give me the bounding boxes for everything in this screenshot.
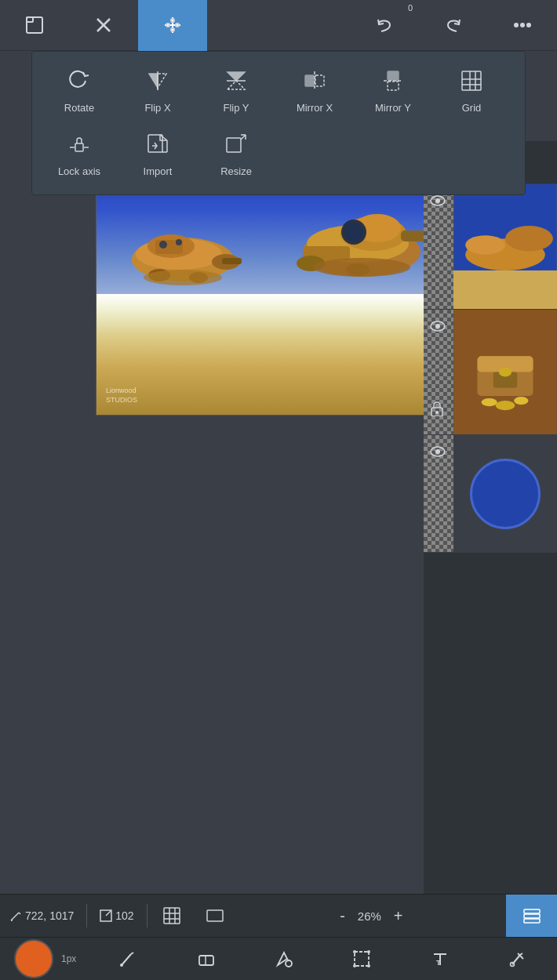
layer-eye-1[interactable] (430, 194, 446, 210)
layer-preview-3 (453, 435, 557, 552)
svg-point-47 (176, 239, 182, 245)
grid-icon (460, 69, 483, 96)
layers-toggle-button[interactable] (506, 895, 557, 938)
lock-axis-button[interactable]: Lock axis (40, 123, 118, 187)
eraser-tool-button[interactable] (167, 938, 245, 981)
zoom-out-button[interactable]: - (333, 907, 351, 925)
more-button[interactable] (488, 0, 557, 51)
eyedropper-tool-button[interactable] (479, 938, 557, 981)
flip-y-label: Flip Y (224, 102, 249, 114)
svg-rect-22 (388, 71, 399, 80)
coords-display: 722, 1017 (0, 909, 83, 922)
svg-point-79 (496, 401, 515, 410)
zoom-controls: - 26% + (237, 907, 506, 925)
svg-rect-104 (199, 956, 213, 965)
svg-point-67 (465, 235, 505, 254)
status-bar: 722, 1017 102 - 26% + (0, 894, 557, 937)
svg-rect-19 (305, 75, 314, 86)
svg-line-41 (241, 135, 246, 140)
redo-button[interactable] (419, 0, 488, 51)
flip-x-label: Flip X (144, 102, 170, 114)
svg-marker-16 (228, 72, 245, 81)
svg-point-12 (527, 24, 530, 27)
layer-item-3[interactable] (424, 435, 557, 553)
svg-point-72 (435, 198, 440, 203)
status-divider-2 (147, 904, 147, 927)
svg-rect-99 (524, 914, 540, 918)
rotate-icon (67, 69, 91, 96)
fill-tool-button[interactable] (245, 938, 322, 981)
svg-rect-92 (164, 908, 180, 924)
svg-point-78 (482, 398, 497, 406)
mirror-x-label: Mirror X (297, 102, 333, 114)
grid-view-button[interactable] (151, 895, 194, 938)
brush-tool-button[interactable] (89, 938, 166, 981)
svg-line-102 (131, 953, 133, 954)
layer-eye-2[interactable] (430, 319, 446, 336)
color-swatch[interactable] (14, 939, 53, 978)
layer-eye-3[interactable] (430, 445, 446, 461)
svg-point-106 (286, 960, 292, 967)
frame-view-button[interactable] (194, 895, 237, 938)
svg-line-34 (160, 135, 167, 140)
lock-axis-label: Lock axis (58, 165, 100, 177)
svg-point-52 (144, 270, 222, 285)
svg-rect-108 (355, 952, 369, 966)
mirror-x-button[interactable]: Mirror X (275, 60, 354, 123)
file-button[interactable] (0, 0, 69, 51)
eraser-tool-icon (197, 949, 216, 968)
ship-left (120, 216, 249, 295)
layer-preview-2 (453, 310, 557, 434)
coordinates: 722, 1017 (25, 909, 74, 922)
flip-x-button[interactable]: Flip X (118, 60, 197, 123)
text-tool-button[interactable]: T (401, 938, 479, 981)
layer-item-2[interactable] (424, 310, 557, 435)
layer3-circle (470, 459, 541, 529)
grid-label: Grid (462, 102, 482, 114)
flip-y-icon (224, 69, 248, 96)
svg-point-77 (499, 367, 511, 376)
svg-point-64 (313, 258, 410, 277)
svg-point-111 (353, 964, 356, 967)
brush-tool-icon (118, 949, 137, 968)
svg-marker-17 (228, 81, 245, 89)
mirror-y-icon (381, 69, 405, 96)
rotate-button[interactable]: Rotate (40, 60, 118, 123)
frame-view-icon (206, 907, 224, 924)
lock-axis-icon (67, 132, 91, 159)
svg-rect-1 (27, 17, 42, 33)
svg-point-11 (521, 24, 524, 27)
flip-y-button[interactable]: Flip Y (197, 60, 275, 123)
svg-rect-25 (462, 71, 481, 90)
ground-background (96, 294, 456, 415)
grid-button[interactable]: Grid (432, 60, 511, 123)
toolbar-right: 0 (350, 0, 557, 51)
close-button[interactable] (69, 0, 138, 51)
svg-rect-100 (524, 919, 540, 923)
undo-button[interactable]: 0 (350, 0, 419, 51)
svg-line-88 (11, 913, 19, 920)
svg-point-103 (120, 964, 123, 967)
transform-button[interactable] (138, 0, 207, 51)
svg-line-101 (122, 954, 131, 965)
svg-point-6 (171, 19, 174, 22)
tools-bar: 1px T (0, 937, 557, 980)
svg-point-10 (515, 24, 518, 27)
layers-icon (522, 906, 541, 925)
svg-point-80 (514, 397, 528, 405)
svg-line-89 (19, 913, 20, 914)
layer-lock-2[interactable] (430, 401, 444, 420)
import-button[interactable]: Import (118, 123, 197, 187)
text-tool-icon: T (431, 949, 450, 968)
svg-point-109 (353, 950, 356, 953)
svg-marker-13 (149, 74, 158, 88)
watermark-line1: Lionwood (106, 386, 137, 396)
import-icon (146, 132, 169, 159)
mirror-y-button[interactable]: Mirror Y (354, 60, 432, 123)
selection-tool-button[interactable] (323, 938, 401, 981)
resize-button[interactable]: Resize (197, 123, 275, 187)
zoom-in-button[interactable]: + (388, 907, 410, 925)
svg-point-110 (367, 950, 370, 953)
layer-item-1[interactable] (424, 184, 557, 310)
eyedropper-tool-icon (508, 949, 527, 968)
